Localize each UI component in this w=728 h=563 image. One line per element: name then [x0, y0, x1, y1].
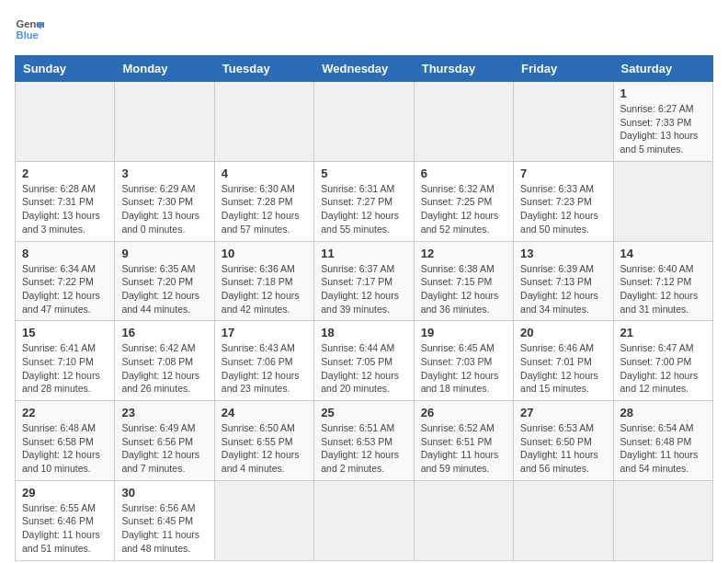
day-number: 19: [421, 326, 506, 339]
day-number: 3: [121, 167, 207, 180]
day-number: 11: [321, 247, 406, 260]
day-number: 7: [520, 167, 606, 180]
col-header-friday: Friday: [514, 56, 613, 82]
empty-cell-0-4: [414, 82, 513, 162]
day-info: Sunrise: 6:49 AM Sunset: 6:56 PM Dayligh…: [121, 421, 207, 476]
day-number: 10: [222, 247, 307, 260]
day-cell-23: 23Sunrise: 6:49 AM Sunset: 6:56 PM Dayli…: [115, 401, 214, 481]
day-info: Sunrise: 6:46 AM Sunset: 7:01 PM Dayligh…: [520, 341, 606, 396]
week-row-1: 2Sunrise: 6:28 AM Sunset: 7:31 PM Daylig…: [16, 161, 713, 241]
week-row-5: 29Sunrise: 6:55 AM Sunset: 6:46 PM Dayli…: [16, 480, 713, 560]
day-info: Sunrise: 6:48 AM Sunset: 6:58 PM Dayligh…: [22, 421, 108, 476]
day-number: 8: [22, 247, 108, 260]
day-number: 1: [620, 86, 706, 100]
day-info: Sunrise: 6:33 AM Sunset: 7:23 PM Dayligh…: [520, 182, 606, 236]
day-cell-16: 16Sunrise: 6:42 AM Sunset: 7:08 PM Dayli…: [115, 321, 214, 401]
day-cell-28: 28Sunrise: 6:54 AM Sunset: 6:48 PM Dayli…: [613, 401, 712, 481]
empty-cell-5-5: [514, 480, 613, 560]
empty-cell-0-0: [16, 82, 115, 162]
week-row-2: 8Sunrise: 6:34 AM Sunset: 7:22 PM Daylig…: [16, 241, 713, 321]
day-number: 27: [520, 406, 606, 419]
day-info: Sunrise: 6:34 AM Sunset: 7:22 PM Dayligh…: [22, 262, 108, 316]
day-info: Sunrise: 6:39 AM Sunset: 7:13 PM Dayligh…: [520, 262, 606, 316]
day-number: 20: [520, 326, 606, 339]
day-number: 22: [22, 406, 108, 419]
day-info: Sunrise: 6:30 AM Sunset: 7:28 PM Dayligh…: [222, 182, 307, 236]
day-number: 12: [421, 247, 506, 260]
day-info: Sunrise: 6:42 AM Sunset: 7:08 PM Dayligh…: [121, 341, 207, 396]
day-cell-2: 2Sunrise: 6:28 AM Sunset: 7:31 PM Daylig…: [16, 161, 115, 241]
day-info: Sunrise: 6:44 AM Sunset: 7:05 PM Dayligh…: [321, 341, 406, 396]
day-cell-11: 11Sunrise: 6:37 AM Sunset: 7:17 PM Dayli…: [314, 241, 414, 321]
empty-cell-5-2: [214, 480, 313, 560]
empty-cell-0-3: [314, 82, 414, 162]
day-cell-18: 18Sunrise: 6:44 AM Sunset: 7:05 PM Dayli…: [314, 321, 414, 401]
day-info: Sunrise: 6:31 AM Sunset: 7:27 PM Dayligh…: [321, 182, 406, 236]
day-cell-1: 1Sunrise: 6:27 AM Sunset: 7:33 PM Daylig…: [613, 82, 712, 162]
day-cell-25: 25Sunrise: 6:51 AM Sunset: 6:53 PM Dayli…: [314, 401, 414, 481]
day-number: 28: [620, 406, 706, 419]
day-cell-30: 30Sunrise: 6:56 AM Sunset: 6:45 PM Dayli…: [115, 480, 214, 560]
day-cell-6: 6Sunrise: 6:32 AM Sunset: 7:25 PM Daylig…: [414, 161, 513, 241]
week-row-0: 1Sunrise: 6:27 AM Sunset: 7:33 PM Daylig…: [16, 82, 713, 162]
day-number: 4: [222, 167, 307, 180]
day-info: Sunrise: 6:29 AM Sunset: 7:30 PM Dayligh…: [121, 182, 207, 236]
day-number: 21: [620, 326, 706, 339]
svg-text:Blue: Blue: [17, 29, 39, 40]
day-info: Sunrise: 6:51 AM Sunset: 6:53 PM Dayligh…: [321, 421, 406, 476]
day-info: Sunrise: 6:38 AM Sunset: 7:15 PM Dayligh…: [421, 262, 506, 316]
day-cell-26: 26Sunrise: 6:52 AM Sunset: 6:51 PM Dayli…: [414, 401, 513, 481]
day-number: 6: [421, 167, 506, 180]
calendar-table: SundayMondayTuesdayWednesdayThursdayFrid…: [15, 55, 713, 561]
day-cell-17: 17Sunrise: 6:43 AM Sunset: 7:06 PM Dayli…: [214, 321, 313, 401]
day-number: 2: [22, 167, 108, 180]
day-info: Sunrise: 6:45 AM Sunset: 7:03 PM Dayligh…: [421, 341, 506, 396]
day-cell-29: 29Sunrise: 6:55 AM Sunset: 6:46 PM Dayli…: [16, 480, 115, 560]
day-number: 5: [321, 167, 406, 180]
day-info: Sunrise: 6:47 AM Sunset: 7:00 PM Dayligh…: [620, 341, 706, 396]
day-number: 30: [121, 486, 207, 500]
day-cell-13: 13Sunrise: 6:39 AM Sunset: 7:13 PM Dayli…: [514, 241, 613, 321]
col-header-tuesday: Tuesday: [214, 56, 313, 82]
day-info: Sunrise: 6:56 AM Sunset: 6:45 PM Dayligh…: [121, 501, 207, 556]
day-info: Sunrise: 6:41 AM Sunset: 7:10 PM Dayligh…: [22, 341, 108, 396]
day-cell-9: 9Sunrise: 6:35 AM Sunset: 7:20 PM Daylig…: [115, 241, 214, 321]
day-info: Sunrise: 6:55 AM Sunset: 6:46 PM Dayligh…: [22, 501, 108, 556]
day-info: Sunrise: 6:28 AM Sunset: 7:31 PM Dayligh…: [22, 182, 108, 236]
day-info: Sunrise: 6:35 AM Sunset: 7:20 PM Dayligh…: [121, 262, 207, 316]
day-cell-24: 24Sunrise: 6:50 AM Sunset: 6:55 PM Dayli…: [214, 401, 313, 481]
day-number: 9: [121, 247, 207, 260]
day-info: Sunrise: 6:37 AM Sunset: 7:17 PM Dayligh…: [321, 262, 406, 316]
day-cell-5: 5Sunrise: 6:31 AM Sunset: 7:27 PM Daylig…: [314, 161, 414, 241]
col-header-saturday: Saturday: [613, 56, 712, 82]
logo: General Blue: [15, 15, 44, 44]
day-number: 23: [121, 406, 207, 419]
day-cell-7: 7Sunrise: 6:33 AM Sunset: 7:23 PM Daylig…: [514, 161, 613, 241]
day-number: 29: [22, 486, 108, 500]
day-number: 15: [22, 326, 108, 339]
day-cell-8: 8Sunrise: 6:34 AM Sunset: 7:22 PM Daylig…: [16, 241, 115, 321]
day-info: Sunrise: 6:27 AM Sunset: 7:33 PM Dayligh…: [620, 102, 706, 156]
day-cell-15: 15Sunrise: 6:41 AM Sunset: 7:10 PM Dayli…: [16, 321, 115, 401]
day-cell-27: 27Sunrise: 6:53 AM Sunset: 6:50 PM Dayli…: [514, 401, 613, 481]
day-cell-3: 3Sunrise: 6:29 AM Sunset: 7:30 PM Daylig…: [115, 161, 214, 241]
col-header-thursday: Thursday: [414, 56, 513, 82]
day-info: Sunrise: 6:36 AM Sunset: 7:18 PM Dayligh…: [222, 262, 307, 316]
day-info: Sunrise: 6:52 AM Sunset: 6:51 PM Dayligh…: [421, 421, 506, 476]
day-cell-12: 12Sunrise: 6:38 AM Sunset: 7:15 PM Dayli…: [414, 241, 513, 321]
logo-icon: General Blue: [15, 15, 44, 44]
day-number: 18: [321, 326, 406, 339]
day-info: Sunrise: 6:50 AM Sunset: 6:55 PM Dayligh…: [222, 421, 307, 476]
day-info: Sunrise: 6:43 AM Sunset: 7:06 PM Dayligh…: [222, 341, 307, 396]
day-number: 24: [222, 406, 307, 419]
day-cell-10: 10Sunrise: 6:36 AM Sunset: 7:18 PM Dayli…: [214, 241, 313, 321]
week-row-4: 22Sunrise: 6:48 AM Sunset: 6:58 PM Dayli…: [16, 401, 713, 481]
empty-cell-5-6: [613, 480, 712, 560]
day-number: 14: [620, 247, 706, 260]
col-header-monday: Monday: [115, 56, 214, 82]
day-cell-19: 19Sunrise: 6:45 AM Sunset: 7:03 PM Dayli…: [414, 321, 513, 401]
empty-cell-0-1: [115, 82, 214, 162]
empty-cell-5-4: [414, 480, 513, 560]
day-info: Sunrise: 6:53 AM Sunset: 6:50 PM Dayligh…: [520, 421, 606, 476]
day-cell-21: 21Sunrise: 6:47 AM Sunset: 7:00 PM Dayli…: [613, 321, 712, 401]
